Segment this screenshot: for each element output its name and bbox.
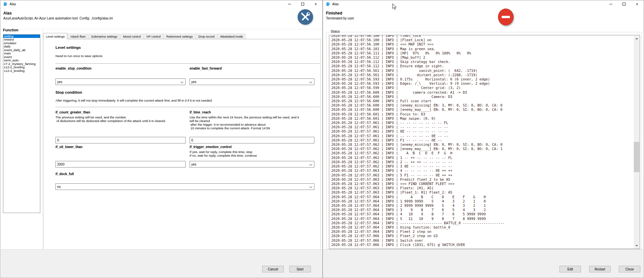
field-desc-if-time-reach: Use the time within the next 24 hours, t…: [190, 115, 317, 130]
scrollbar-thumb[interactable]: [634, 142, 639, 172]
section-desc-stop-condition: After triggering, it will not stop immed…: [55, 99, 320, 102]
edit-button[interactable]: Edit: [559, 266, 581, 272]
start-button[interactable]: Start: [289, 266, 311, 272]
titlebar: Alas ×: [0, 0, 322, 8]
scroll-up-icon[interactable]: [634, 36, 639, 41]
footer-bar: [1, 249, 322, 277]
select-value: yes: [57, 80, 62, 84]
header-divider: [0, 29, 322, 29]
if-time-reach-input[interactable]: [190, 137, 314, 143]
minimize-icon[interactable]: [604, 0, 617, 8]
field-label-enable-fast-forward: enable_fast_forward: [190, 67, 222, 70]
chevron-down-icon: [309, 163, 312, 166]
enable-stop-condition-select[interactable]: yes: [55, 78, 186, 85]
if-dock-full-select[interactable]: no: [55, 183, 314, 190]
field-label-if-trigger-emotion-control: if_trigger_emotion_control: [190, 145, 232, 149]
enable-fast-forward-select[interactable]: yes: [190, 78, 314, 85]
settings-tab[interactable]: Wasteland mode: [218, 34, 246, 39]
field-label-if-count-greater-than: if_count_greater_than: [55, 110, 90, 114]
close-icon[interactable]: ×: [630, 0, 644, 8]
select-value: yes: [191, 80, 197, 84]
page-subtitle: AzurLaneAutoScript, An Azur Lane automat…: [3, 16, 113, 20]
scroll-down-icon[interactable]: [634, 243, 639, 248]
if-count-greater-than-input[interactable]: [55, 137, 186, 143]
function-list-item[interactable]: c12-4_leveling: [3, 69, 40, 73]
app-icon: [326, 2, 330, 7]
settings-tab[interactable]: Submarine settings: [89, 34, 120, 39]
field-desc-if-count-greater-than: The previous setting will be used, and t…: [55, 115, 188, 123]
window-title: Alas: [332, 2, 339, 6]
field-label-if-time-reach: if_time_reach: [190, 110, 211, 114]
settings-tab[interactable]: Level settings: [43, 33, 67, 40]
stop-sign-icon: [498, 9, 514, 25]
chevron-down-icon: [181, 80, 183, 83]
select-value: yes: [191, 163, 197, 166]
close-icon[interactable]: ×: [309, 0, 322, 8]
chevron-down-icon: [309, 80, 312, 83]
settings-tabstrip: Level settingsAttack fleetSubmarine sett…: [43, 33, 321, 39]
status-group-label: Status: [329, 30, 341, 33]
cancel-button[interactable]: Cancel: [262, 266, 284, 272]
settings-tab[interactable]: Retirement settings: [163, 34, 195, 39]
tools-icon: [298, 9, 313, 25]
settings-tab[interactable]: Mood control: [120, 34, 143, 39]
minimize-icon[interactable]: [283, 0, 296, 8]
select-value: no: [57, 185, 61, 189]
field-label-if-oil-lower-than: if_oil_lower_than: [55, 145, 83, 149]
status-title: Finished: [326, 11, 342, 15]
function-list-item[interactable]: c12-2_leveling: [3, 66, 40, 69]
status-subtitle: Terminated by user: [326, 16, 354, 20]
section-title-level-settings: Level settings: [55, 46, 81, 49]
footer-bar: [323, 249, 643, 277]
sidebar-divider: [43, 29, 43, 250]
titlebar: Alas ×: [323, 0, 644, 8]
log-output[interactable]: 2020-05-28 12:07:56.100 | INFO | fleet_l…: [329, 35, 640, 249]
page-title: Alas: [3, 11, 12, 15]
function-list-label: Function: [3, 28, 18, 32]
settings-tab[interactable]: HP control: [144, 34, 163, 39]
field-desc-if-trigger-emotion-control: If yes, wait for reply, complete this ti…: [190, 150, 317, 157]
app-icon: [3, 2, 8, 7]
desktop: Alas × Alas AzurLaneAutoScript, An Azur …: [0, 0, 644, 278]
log-text: 2020-05-28 12:07:56.100 | INFO | fleet_l…: [331, 35, 634, 247]
log-scrollbar[interactable]: [634, 36, 639, 248]
window-alas-config: Alas × Alas AzurLaneAutoScript, An Azur …: [0, 0, 323, 278]
maximize-icon[interactable]: [617, 0, 630, 8]
settings-tab[interactable]: Attack fleet: [68, 34, 88, 39]
restart-button[interactable]: Restart: [589, 266, 611, 272]
level-settings-page: Level settings Need to run once to save …: [43, 39, 321, 250]
field-label-if-dock-full: if_dock_full: [55, 172, 74, 176]
settings-tab[interactable]: Drop record: [196, 34, 217, 39]
if-trigger-emotion-control-select[interactable]: yes: [190, 161, 314, 168]
field-label-enable-stop-condition: enable_stop_condition: [55, 67, 91, 70]
if-oil-lower-than-input[interactable]: [55, 161, 186, 168]
section-title-stop-condition: Stop condition: [55, 90, 82, 94]
section-desc-level-settings: Need to run once to save options: [55, 54, 102, 58]
function-listbox[interactable]: settingrewardemulatordailyevent_daily_ab…: [3, 34, 40, 213]
mouse-cursor: [392, 3, 397, 10]
window-title: Alas: [10, 2, 16, 6]
chevron-down-icon: [309, 185, 312, 188]
close-button[interactable]: Close: [619, 266, 640, 272]
divider: [55, 63, 320, 64]
maximize-icon[interactable]: [296, 0, 309, 8]
divider: [55, 107, 320, 107]
